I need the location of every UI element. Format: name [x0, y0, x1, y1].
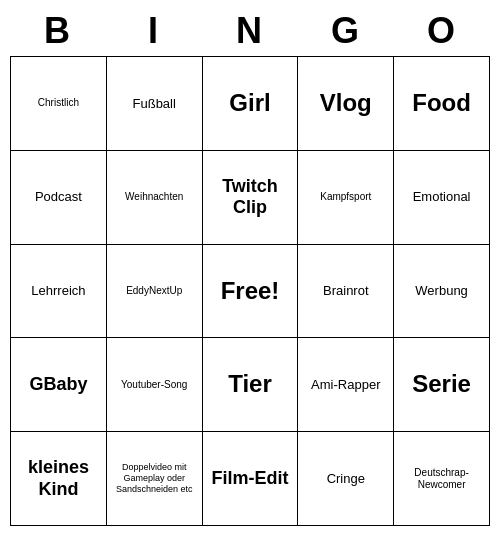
title-b: B — [10, 10, 106, 52]
cell-text-8: Kampfsport — [320, 191, 371, 203]
cell-text-16: Youtuber-Song — [121, 379, 187, 391]
grid-cell-21: Doppelvideo mit Gameplay oder Sandschnei… — [107, 432, 203, 526]
grid-cell-5: Podcast — [11, 151, 107, 245]
cell-text-18: Ami-Rapper — [311, 377, 380, 393]
cell-text-23: Cringe — [327, 471, 365, 487]
grid-cell-8: Kampfsport — [298, 151, 394, 245]
title-g: G — [298, 10, 394, 52]
cell-text-9: Emotional — [413, 189, 471, 205]
cell-text-17: Tier — [228, 370, 272, 399]
grid-cell-9: Emotional — [394, 151, 490, 245]
grid-cell-20: kleines Kind — [11, 432, 107, 526]
cell-text-3: Vlog — [320, 89, 372, 118]
bingo-grid: ChristlichFußballGirlVlogFoodPodcastWeih… — [10, 56, 490, 526]
grid-cell-22: Film-Edit — [203, 432, 299, 526]
cell-text-7: Twitch Clip — [207, 176, 294, 219]
cell-text-22: Film-Edit — [211, 468, 288, 490]
cell-text-12: Free! — [221, 277, 280, 306]
grid-cell-4: Food — [394, 57, 490, 151]
cell-text-14: Werbung — [415, 283, 468, 299]
title-i: I — [106, 10, 202, 52]
grid-cell-7: Twitch Clip — [203, 151, 299, 245]
bingo-title: B I N G O — [10, 10, 490, 52]
grid-cell-10: Lehrreich — [11, 245, 107, 339]
cell-text-24: Deutschrap-Newcomer — [398, 467, 485, 491]
cell-text-20: kleines Kind — [15, 457, 102, 500]
cell-text-2: Girl — [229, 89, 270, 118]
grid-cell-15: GBaby — [11, 338, 107, 432]
grid-cell-2: Girl — [203, 57, 299, 151]
cell-text-15: GBaby — [29, 374, 87, 396]
grid-cell-11: EddyNextUp — [107, 245, 203, 339]
title-o: O — [394, 10, 490, 52]
title-n: N — [202, 10, 298, 52]
grid-cell-6: Weihnachten — [107, 151, 203, 245]
cell-text-4: Food — [412, 89, 471, 118]
grid-cell-16: Youtuber-Song — [107, 338, 203, 432]
cell-text-6: Weihnachten — [125, 191, 183, 203]
cell-text-1: Fußball — [133, 96, 176, 112]
grid-cell-23: Cringe — [298, 432, 394, 526]
grid-cell-0: Christlich — [11, 57, 107, 151]
cell-text-11: EddyNextUp — [126, 285, 182, 297]
cell-text-5: Podcast — [35, 189, 82, 205]
grid-cell-24: Deutschrap-Newcomer — [394, 432, 490, 526]
cell-text-19: Serie — [412, 370, 471, 399]
grid-cell-12: Free! — [203, 245, 299, 339]
cell-text-13: Brainrot — [323, 283, 369, 299]
cell-text-10: Lehrreich — [31, 283, 85, 299]
grid-cell-14: Werbung — [394, 245, 490, 339]
cell-text-0: Christlich — [38, 97, 79, 109]
grid-cell-1: Fußball — [107, 57, 203, 151]
grid-cell-13: Brainrot — [298, 245, 394, 339]
grid-cell-19: Serie — [394, 338, 490, 432]
cell-text-21: Doppelvideo mit Gameplay oder Sandschnei… — [111, 462, 198, 494]
grid-cell-3: Vlog — [298, 57, 394, 151]
grid-cell-17: Tier — [203, 338, 299, 432]
grid-cell-18: Ami-Rapper — [298, 338, 394, 432]
